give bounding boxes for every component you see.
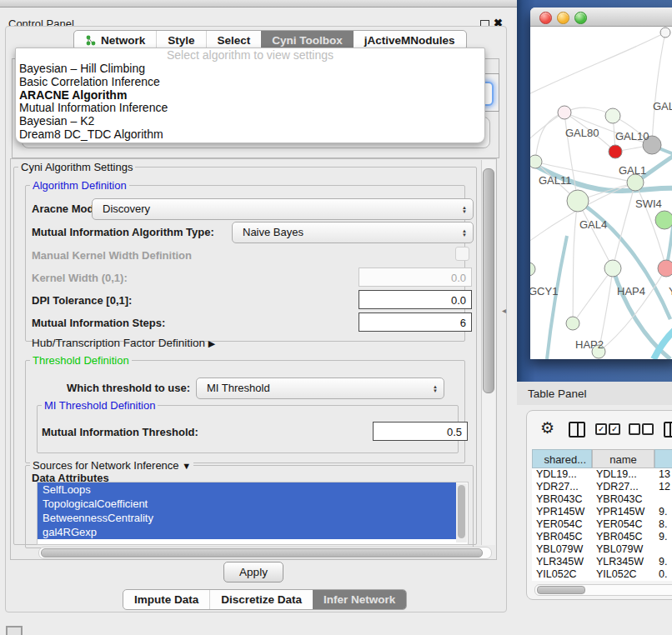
network-node[interactable] — [660, 28, 670, 38]
deselect-checkbox-icon[interactable] — [629, 423, 640, 435]
table-cell[interactable] — [659, 543, 672, 556]
deselect-checkbox-icon-2[interactable] — [642, 423, 654, 435]
zoom-traffic-light[interactable] — [574, 12, 587, 24]
minimized-panel-icon[interactable] — [6, 626, 23, 635]
kernel-width-field[interactable]: 0.0 — [359, 268, 472, 287]
data-attribute-item[interactable]: BetweennessCentrality — [38, 511, 456, 525]
apply-button[interactable]: Apply — [223, 562, 283, 582]
network-node[interactable] — [567, 190, 589, 212]
network-node[interactable] — [530, 155, 542, 168]
network-node[interactable] — [609, 145, 622, 158]
settings-horizontal-scrollbar-thumb[interactable] — [41, 548, 483, 558]
table-cell[interactable]: YBR045C — [536, 531, 596, 543]
algorithm-menu-item[interactable]: Bayesian – K2 — [16, 115, 484, 128]
table-cell[interactable]: YDL19... — [596, 468, 659, 481]
algorithm-menu-item[interactable]: Mutual Information Inference — [16, 102, 484, 115]
gear-icon[interactable]: ⚙ — [540, 418, 554, 438]
mi-steps-field[interactable]: 6 — [359, 312, 472, 332]
table-cell[interactable]: 8. — [659, 518, 672, 531]
settings-vertical-scrollbar-thumb[interactable] — [483, 168, 494, 393]
table-cell[interactable]: YPR145W — [536, 506, 596, 518]
hub-definition-expander[interactable]: Hub/Transcription Factor Definition ▶ — [32, 337, 215, 349]
table-cell[interactable]: YBL079W — [596, 543, 659, 556]
settings-horizontal-scrollbar[interactable] — [38, 547, 492, 559]
table-cell[interactable]: YDL19... — [536, 468, 596, 481]
table-horizontal-scrollbar[interactable] — [534, 584, 672, 596]
table-cell[interactable]: YIL052C — [536, 568, 596, 581]
aracne-mode-combo[interactable]: Discovery ▲▼ — [92, 198, 474, 220]
network-window-titlebar[interactable] — [530, 8, 672, 27]
table-cell[interactable]: 9. — [659, 506, 672, 518]
table-row[interactable]: YIL052CYIL052C0. — [532, 568, 672, 581]
table-cell[interactable]: 9. — [659, 531, 672, 543]
tab-impute-data[interactable]: Impute Data — [123, 590, 209, 609]
table-cell[interactable]: YER054C — [596, 518, 659, 531]
table-cell[interactable]: 0. — [659, 568, 672, 581]
network-node[interactable] — [558, 106, 571, 119]
column-header-name[interactable]: name — [592, 449, 654, 468]
table-cell[interactable]: 12 — [659, 481, 672, 493]
table-row[interactable]: YLR345WYLR345W9. — [532, 556, 672, 568]
split-columns-icon[interactable] — [569, 422, 585, 438]
table-cell[interactable]: YDR27... — [536, 481, 596, 493]
table-row[interactable]: YPR145WYPR145W9. — [532, 506, 672, 518]
table-row[interactable]: YDR27...YDR27...12 — [532, 481, 672, 493]
mi-type-combo[interactable]: Naive Bayes ▲▼ — [232, 222, 474, 243]
minimize-traffic-light[interactable] — [557, 12, 569, 24]
table-cell[interactable]: YLR345W — [536, 556, 596, 568]
network-node[interactable] — [604, 260, 621, 277]
panel-fragment-icon[interactable] — [664, 422, 672, 438]
tab-discretize-data-label: Discretize Data — [221, 593, 302, 606]
which-threshold-combo[interactable]: MI Threshold ▲▼ — [196, 378, 444, 399]
attributes-vertical-scrollbar[interactable] — [456, 483, 467, 542]
table-cell[interactable]: YDR27... — [596, 481, 659, 493]
table-cell[interactable]: YIL052C — [596, 568, 659, 581]
column-header-shared-name[interactable]: shared... — [532, 449, 592, 468]
network-node[interactable] — [655, 211, 672, 229]
close-traffic-light[interactable] — [539, 12, 552, 24]
table-cell[interactable]: YBR043C — [596, 493, 659, 506]
dpi-tolerance-field[interactable]: 0.0 — [359, 290, 472, 309]
table-cell[interactable]: YER054C — [536, 518, 596, 531]
table-row[interactable]: YBR045CYBR045C9. — [532, 531, 672, 543]
select-all-checkbox-icon[interactable]: ✓ — [595, 423, 607, 435]
manual-kernel-checkbox[interactable] — [455, 247, 469, 261]
network-node[interactable] — [658, 260, 672, 277]
table-cell[interactable]: 13 — [659, 468, 672, 481]
algorithm-menu-item[interactable]: Dream8 DC_TDC Algorithm — [16, 128, 484, 142]
table-cell[interactable]: YPR145W — [596, 506, 659, 518]
network-canvas[interactable]: GALGAL80GAL10GAL1GAL11SWI4GAL4GCY1HAP4YH… — [530, 26, 672, 359]
table-row[interactable]: YDL19...YDL19...13 — [532, 468, 672, 481]
table-horizontal-scrollbar-thumb[interactable] — [537, 586, 585, 594]
table-cell[interactable]: YBR043C — [536, 493, 596, 506]
network-node[interactable] — [530, 262, 535, 276]
sources-title-row[interactable]: Sources for Network Inference ▼ — [30, 459, 193, 472]
tab-infer-network[interactable]: Infer Network — [313, 590, 406, 609]
network-node[interactable] — [566, 317, 579, 330]
column-header-partial[interactable]: A — [654, 449, 672, 468]
table-cell[interactable]: 9. — [659, 556, 672, 568]
sources-title: Sources for Network Inference — [33, 459, 179, 472]
table-cell[interactable]: YBL079W — [536, 543, 596, 556]
table-cell[interactable]: YLR345W — [596, 556, 659, 568]
network-edge — [652, 32, 665, 145]
mi-threshold-group-title: MI Threshold Definition — [42, 399, 158, 412]
table-row[interactable]: YBL079WYBL079W — [532, 543, 672, 556]
table-cell[interactable]: YBR045C — [596, 531, 659, 543]
algorithm-menu-item[interactable]: Basic Correlation Inference — [16, 76, 484, 89]
algorithm-menu-item[interactable]: ARACNE Algorithm — [16, 89, 484, 102]
table-cell[interactable] — [659, 493, 672, 506]
network-node[interactable] — [627, 174, 644, 191]
mi-threshold-field[interactable]: 0.5 — [373, 422, 468, 441]
table-row[interactable]: YBR043CYBR043C — [532, 493, 672, 506]
select-all-checkbox-icon-2[interactable]: ✓ — [609, 423, 620, 435]
data-attribute-item[interactable]: TopologicalCoefficient — [38, 497, 456, 511]
network-node[interactable] — [605, 108, 620, 123]
data-attribute-item[interactable]: gal4RGexp — [38, 525, 456, 539]
attributes-vertical-scrollbar-thumb[interactable] — [458, 485, 465, 538]
splitter-collapse-icon[interactable]: ◂ — [502, 306, 506, 315]
algorithm-menu-item[interactable]: Bayesian – Hill Climbing — [16, 62, 484, 76]
data-attribute-item[interactable]: SelfLoops — [38, 482, 456, 497]
table-row[interactable]: YER054CYER054C8. — [532, 518, 672, 531]
tab-discretize-data[interactable]: Discretize Data — [209, 590, 313, 609]
